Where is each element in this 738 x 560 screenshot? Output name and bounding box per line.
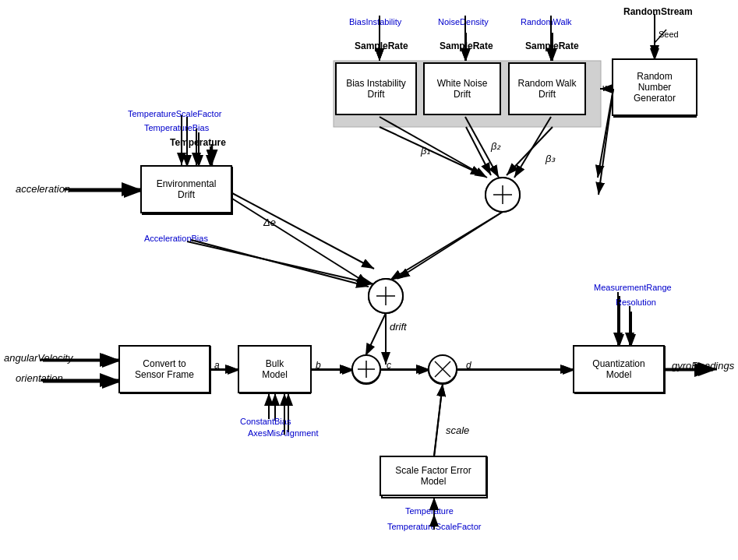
svg-line-18 <box>390 212 503 280</box>
random-number-generator-block: RandomNumberGenerator <box>612 58 697 116</box>
bulk-model-block: BulkModel <box>238 345 312 393</box>
white-noise-drift-block: White NoiseDrift <box>423 62 501 115</box>
delta-e-label: Δe <box>263 217 276 228</box>
axes-misalignment-label: AxesMisAlignment <box>248 428 318 438</box>
c-label: c <box>387 360 391 371</box>
measurement-range-label: MeasurementRange <box>594 283 672 292</box>
bias-instability-drift-label: Bias Instability Drift <box>337 78 415 100</box>
a-label: a <box>214 360 220 371</box>
svg-line-25 <box>187 241 374 284</box>
temperature-scale-factor-bottom-label: TemperatureScaleFactor <box>387 522 481 531</box>
acceleration-bias-label: AccelerationBias <box>144 234 208 243</box>
scale-factor-label: Scale Factor ErrorModel <box>395 465 471 487</box>
convert-label: Convert toSensor Frame <box>135 358 194 380</box>
svg-text:⊕: ⊕ <box>497 186 509 202</box>
environmental-drift-block: EnvironmentalDrift <box>140 165 232 213</box>
sample-rate-3-label: SampleRate <box>525 41 579 51</box>
beta3-label: β₃ <box>546 153 555 164</box>
w-label: w <box>602 83 609 93</box>
acceleration-label: acceleration <box>16 183 70 195</box>
temperature-scale-factor-top-label: TemperatureScaleFactor <box>128 109 221 118</box>
random-walk-drift-label: Random WalkDrift <box>518 78 577 100</box>
temperature-top-label: Temperature <box>170 137 226 148</box>
constant-bias-label: ConstantBias <box>240 417 291 426</box>
bias-instability-drift-block: Bias Instability Drift <box>335 62 417 115</box>
d-label: d <box>466 360 471 371</box>
random-walk-drift-block: Random WalkDrift <box>508 62 586 115</box>
svg-text:⊕: ⊕ <box>380 287 392 303</box>
beta1-label: β₁ <box>421 145 430 157</box>
scale-label: scale <box>446 424 469 436</box>
svg-text:⊗: ⊗ <box>438 363 448 376</box>
seed-label: Seed <box>659 30 679 39</box>
sample-rate-1-label: SampleRate <box>355 41 408 51</box>
svg-line-48 <box>434 384 443 457</box>
scale-factor-error-model-block: Scale Factor ErrorModel <box>380 456 487 496</box>
convert-to-sensor-frame-block: Convert toSensor Frame <box>118 345 210 393</box>
beta2-label: β₂ <box>491 140 500 152</box>
rng-label: RandomNumberGenerator <box>634 71 676 104</box>
white-noise-drift-label: White NoiseDrift <box>437 78 488 100</box>
angular-velocity-label: angularVelocity <box>4 352 72 364</box>
svg-text:⊕: ⊕ <box>362 363 372 376</box>
temperature-bias-label: TemperatureBias <box>144 123 209 132</box>
b-label: b <box>316 360 321 371</box>
env-drift-label: EnvironmentalDrift <box>157 178 217 200</box>
resolution-label: Resolution <box>616 298 656 307</box>
diagram-container: ⊕ ⊕ <box>0 0 738 560</box>
bulk-model-label: BulkModel <box>262 358 288 380</box>
orientation-label: orientation <box>16 372 63 384</box>
svg-line-14 <box>466 127 491 175</box>
gyro-readings-label: gyroReadings <box>672 360 734 372</box>
quantization-model-block: QuantizationModel <box>573 345 665 393</box>
sample-rate-2-label: SampleRate <box>440 41 493 51</box>
noise-density-label: NoiseDensity <box>438 17 489 26</box>
bias-instability-label: BiasInstability <box>349 17 401 26</box>
random-walk-label: RandomWalk <box>521 17 572 26</box>
temperature-bottom-label: Temperature <box>405 506 454 516</box>
svg-line-15 <box>507 127 553 175</box>
random-stream-label: RandomStream <box>623 6 693 17</box>
svg-line-13 <box>380 127 483 175</box>
drift-label: drift <box>390 321 407 333</box>
quantization-model-label: QuantizationModel <box>592 358 644 380</box>
